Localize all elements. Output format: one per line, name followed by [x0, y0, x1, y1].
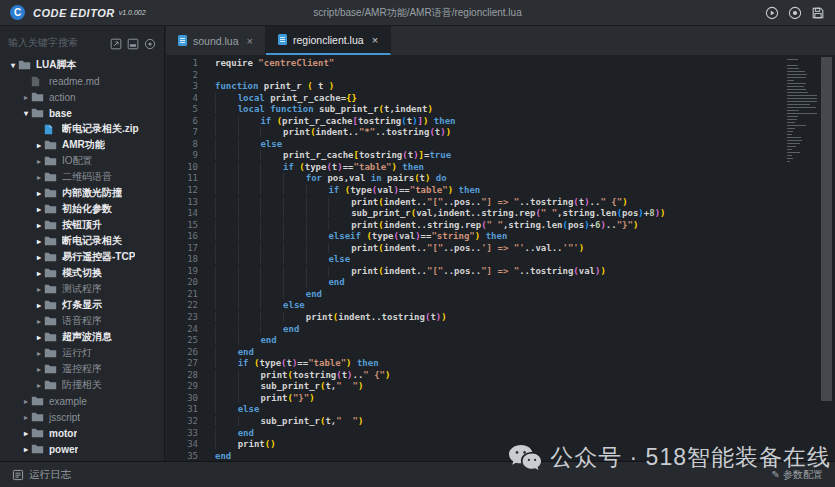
- code-line[interactable]: 10 if (type(t)=="table") then: [166, 162, 835, 174]
- code-line[interactable]: 11 for pos,val in pairs(t) do: [166, 173, 835, 185]
- tree-item[interactable]: ▸action: [0, 89, 164, 105]
- param-config-button[interactable]: ✎ 参数配置: [772, 468, 823, 482]
- chevron-right-icon[interactable]: ▸: [34, 237, 44, 246]
- tree-item[interactable]: ▸AMR功能: [0, 137, 164, 153]
- chevron-right-icon[interactable]: ▸: [34, 381, 44, 390]
- chevron-right-icon[interactable]: ▸: [34, 349, 44, 358]
- chevron-right-icon[interactable]: ▸: [21, 429, 31, 438]
- tree-item[interactable]: ▸motor: [0, 425, 164, 441]
- collapse-panel-icon[interactable]: [127, 36, 139, 48]
- chevron-right-icon[interactable]: ▸: [34, 221, 44, 230]
- chevron-down-icon[interactable]: ▾: [8, 61, 18, 70]
- expand-all-icon[interactable]: [110, 36, 122, 48]
- code-line[interactable]: 1require "centreClient": [166, 58, 835, 70]
- tree-item[interactable]: ▸灯条显示: [0, 297, 164, 313]
- stop-record-icon[interactable]: [788, 6, 802, 20]
- tree-item[interactable]: ▸防撞相关: [0, 377, 164, 393]
- scrollbar-thumb[interactable]: [821, 57, 832, 401]
- chevron-right-icon[interactable]: ▸: [21, 413, 31, 422]
- code-line[interactable]: 33 end: [166, 428, 835, 440]
- code-line[interactable]: 17 print(indent.."["..pos..'] => "'..val…: [166, 243, 835, 255]
- locate-file-icon[interactable]: [144, 36, 156, 48]
- save-icon[interactable]: [811, 6, 825, 20]
- code-line[interactable]: 31 else: [166, 404, 835, 416]
- tab-sound-lua[interactable]: sound.lua ×: [166, 26, 266, 55]
- tree-item[interactable]: ▸遥控程序: [0, 361, 164, 377]
- code-line[interactable]: 9 print_r_cache[tostring(t)]=true: [166, 150, 835, 162]
- code-editor[interactable]: 1require "centreClient"23function print_…: [166, 55, 835, 461]
- tree-item[interactable]: ▸超声波消息: [0, 329, 164, 345]
- code-line[interactable]: 25 end: [166, 335, 835, 347]
- close-icon[interactable]: ×: [247, 35, 253, 47]
- chevron-right-icon[interactable]: ▸: [21, 445, 31, 454]
- code-line[interactable]: 14 sub_print_r(val,indent..string.rep(" …: [166, 208, 835, 220]
- chevron-right-icon[interactable]: ▸: [34, 333, 44, 342]
- code-line[interactable]: 12 if (type(val)=="table") then: [166, 185, 835, 197]
- code-line[interactable]: 15 print(indent..string.rep(" ",string.l…: [166, 220, 835, 232]
- tree-item[interactable]: ▸初始化参数: [0, 201, 164, 217]
- tree-item[interactable]: ▸内部激光防撞: [0, 185, 164, 201]
- code-line[interactable]: 4 local print_r_cache={}: [166, 93, 835, 105]
- tree-item[interactable]: 断电记录相关.zip: [0, 121, 164, 137]
- tree-item[interactable]: ▸power: [0, 441, 164, 457]
- code-line[interactable]: 7 print(indent.."*"..tostring(t)): [166, 127, 835, 139]
- run-icon[interactable]: [765, 6, 779, 20]
- chevron-right-icon[interactable]: ▸: [34, 365, 44, 374]
- code-line[interactable]: 28 print(tostring(t).." {"): [166, 370, 835, 382]
- code-line[interactable]: 26 end: [166, 347, 835, 359]
- code-line[interactable]: 13 print(indent.."["..pos.."] => "..tost…: [166, 197, 835, 209]
- search-input[interactable]: [8, 37, 110, 48]
- chevron-right-icon[interactable]: ▸: [34, 285, 44, 294]
- scrollbar-track[interactable]: [821, 57, 832, 457]
- code-line[interactable]: 8 else: [166, 139, 835, 151]
- code-line[interactable]: 2: [166, 70, 835, 82]
- code-line[interactable]: 27 if (type(t)=="table") then: [166, 358, 835, 370]
- tree-item[interactable]: ▸运行灯: [0, 345, 164, 361]
- code-line[interactable]: 30 print("}"): [166, 393, 835, 405]
- tree-item[interactable]: ▸按钮顶升: [0, 217, 164, 233]
- tree-item[interactable]: ▸IO配置: [0, 153, 164, 169]
- chevron-right-icon[interactable]: ▸: [34, 157, 44, 166]
- code-line[interactable]: 18 else: [166, 254, 835, 266]
- chevron-right-icon[interactable]: ▸: [21, 397, 31, 406]
- code-line[interactable]: 16 elseif (type(val)=="string") then: [166, 231, 835, 243]
- chevron-right-icon[interactable]: ▸: [34, 317, 44, 326]
- chevron-right-icon[interactable]: ▸: [34, 269, 44, 278]
- chevron-right-icon[interactable]: ▸: [34, 173, 44, 182]
- code-line[interactable]: 19 print(indent.."["..pos.."] => "..tost…: [166, 266, 835, 278]
- code-line[interactable]: 3function print_r ( t ): [166, 81, 835, 93]
- tree-item[interactable]: ▾LUA脚本: [0, 57, 164, 73]
- chevron-right-icon[interactable]: ▸: [34, 189, 44, 198]
- tree-item[interactable]: ▸模式切换: [0, 265, 164, 281]
- tab-regionclient-lua[interactable]: regionclient.lua ×: [266, 26, 391, 55]
- tree-item[interactable]: ▸易行遥控器-TCP: [0, 249, 164, 265]
- tree-item[interactable]: ▸测试程序: [0, 281, 164, 297]
- tree-item[interactable]: ▾base: [0, 105, 164, 121]
- tree-item[interactable]: ▸二维码语音: [0, 169, 164, 185]
- code-line[interactable]: 5 local function sub_print_r(t,indent): [166, 104, 835, 116]
- close-icon[interactable]: ×: [372, 34, 378, 46]
- run-log-button[interactable]: 运行日志: [12, 468, 71, 482]
- code-area[interactable]: 1require "centreClient"23function print_…: [166, 55, 835, 461]
- code-line[interactable]: 29 sub_print_r(t," "): [166, 381, 835, 393]
- tree-item[interactable]: ▸jsscript: [0, 409, 164, 425]
- code-line[interactable]: 6 if (print_r_cache[tostring(t)]) then: [166, 116, 835, 128]
- tree-item[interactable]: ▸语音程序: [0, 313, 164, 329]
- chevron-down-icon[interactable]: ▾: [21, 109, 31, 118]
- code-line[interactable]: 24 end: [166, 324, 835, 336]
- code-line[interactable]: 32 sub_print_r(t," "): [166, 416, 835, 428]
- tree-item[interactable]: readme.md: [0, 73, 164, 89]
- tree-item[interactable]: ▸example: [0, 393, 164, 409]
- code-line[interactable]: 34 print(): [166, 439, 835, 451]
- minimap[interactable]: [787, 59, 817, 164]
- chevron-right-icon[interactable]: ▸: [34, 253, 44, 262]
- chevron-right-icon[interactable]: ▸: [34, 301, 44, 310]
- code-line[interactable]: 35end: [166, 451, 835, 461]
- code-line[interactable]: 21 end: [166, 289, 835, 301]
- code-line[interactable]: 20 end: [166, 277, 835, 289]
- code-line[interactable]: 23 print(indent..tostring(t)): [166, 312, 835, 324]
- code-line[interactable]: 22 else: [166, 300, 835, 312]
- tree-item[interactable]: ▸断电记录相关: [0, 233, 164, 249]
- chevron-right-icon[interactable]: ▸: [34, 205, 44, 214]
- chevron-right-icon[interactable]: ▸: [21, 93, 31, 102]
